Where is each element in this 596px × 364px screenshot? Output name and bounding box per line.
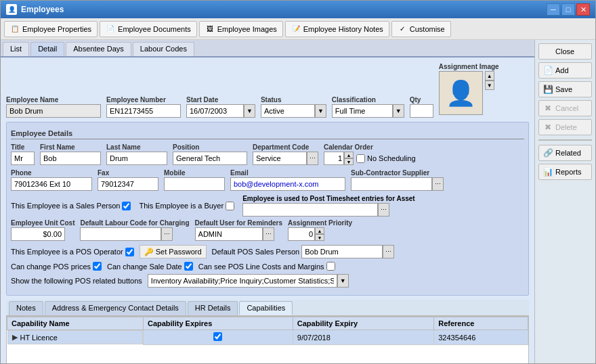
status-input[interactable]: [261, 104, 315, 118]
related-button[interactable]: 🔗 Related: [538, 145, 592, 161]
sub-contractor-button[interactable]: ⋯: [432, 177, 444, 191]
name-details-row: Title First Name Last Name Position: [11, 143, 524, 165]
last-name-input[interactable]: [106, 152, 167, 165]
default-pos-sales-button[interactable]: ⋯: [383, 245, 394, 258]
can-change-sale-date-checkbox[interactable]: [184, 262, 193, 271]
can-change-sale-date-group: Can change Sale Date: [107, 262, 193, 271]
phone-input[interactable]: [11, 177, 92, 191]
employee-history-notes-button[interactable]: 📝 Employee History Notes: [285, 21, 389, 37]
employee-documents-button[interactable]: 📄 Employee Documents: [100, 21, 197, 37]
pos-operator-row: This Employee is a POS Operator 🔑 Set Pa…: [11, 245, 524, 258]
position-input[interactable]: [173, 152, 247, 165]
no-scheduling-checkbox[interactable]: [356, 154, 365, 163]
calendar-order-spinner: ▲ ▼: [324, 152, 354, 165]
asset-timesheet-input[interactable]: [242, 203, 378, 217]
show-pos-buttons-dropdown[interactable]: ▼: [337, 274, 349, 288]
cell-capability-expires: [143, 330, 293, 345]
tab-address-emergency[interactable]: Address & Emergency Contact Details: [45, 301, 186, 315]
pos-operator-checkbox[interactable]: [125, 248, 134, 256]
col-reference: Reference: [434, 317, 528, 330]
department-code-button[interactable]: ⋯: [307, 152, 318, 165]
row-indicator: ▶: [12, 333, 18, 342]
employee-details-label: Employee Details: [11, 129, 72, 137]
employee-name-input[interactable]: [6, 104, 101, 118]
can-change-pos-prices-checkbox[interactable]: [93, 262, 102, 271]
tab-hr-details[interactable]: HR Details: [188, 301, 238, 315]
cancel-icon: ✖: [543, 104, 553, 113]
assignment-priority-input[interactable]: [288, 227, 315, 241]
title-input[interactable]: [11, 152, 35, 165]
delete-icon: ✖: [543, 122, 553, 132]
can-change-pos-prices-group: Can change POS prices: [11, 262, 102, 271]
status-dropdown-button[interactable]: ▼: [315, 104, 326, 118]
title-label: Title: [11, 143, 35, 151]
default-pos-sales-input[interactable]: [301, 245, 383, 258]
qty-input[interactable]: [410, 104, 433, 118]
scroll-up-button[interactable]: ▲: [485, 71, 494, 81]
calendar-order-group: Calendar Order ▲ ▼: [324, 143, 416, 165]
cancel-button[interactable]: ✖ Cancel: [538, 100, 592, 116]
employee-properties-button[interactable]: 📋 Employee Properties: [4, 21, 98, 37]
status-label: Status: [261, 96, 326, 104]
calendar-order-up[interactable]: ▲: [344, 152, 354, 158]
capability-expires-checkbox[interactable]: [213, 332, 222, 341]
reports-button[interactable]: 📊 Reports: [538, 164, 592, 180]
tab-notes[interactable]: Notes: [9, 301, 43, 315]
cancel-label: Cancel: [555, 104, 578, 112]
employee-number-input[interactable]: [106, 104, 181, 118]
delete-button[interactable]: ✖ Delete: [538, 119, 592, 135]
assignment-priority-up[interactable]: ▲: [315, 227, 324, 234]
calendar-order-label: Calendar Order: [324, 143, 416, 151]
default-user-reminders-input[interactable]: [195, 227, 263, 241]
asset-timesheet-button[interactable]: ⋯: [378, 203, 389, 217]
sub-contractor-input[interactable]: [351, 177, 432, 191]
minimize-button[interactable]: ─: [547, 3, 560, 16]
tab-capabilities[interactable]: Capabilities: [239, 301, 293, 315]
can-see-pos-line-costs-checkbox[interactable]: [326, 262, 335, 271]
default-labour-input[interactable]: [80, 227, 161, 241]
tab-labour-codes[interactable]: Labour Codes: [133, 42, 194, 56]
scroll-down-button[interactable]: ▼: [485, 81, 494, 90]
maximize-button[interactable]: □: [561, 3, 575, 16]
buyer-checkbox[interactable]: [226, 202, 234, 210]
customise-button[interactable]: ✓ Customise: [391, 21, 451, 37]
set-password-icon: 🔑: [144, 248, 154, 256]
email-group: Email: [230, 169, 345, 191]
table-row[interactable]: ▶ HT Licence 9/07/2018 324354646: [7, 330, 528, 345]
classification-input[interactable]: [332, 104, 393, 118]
unit-cost-input[interactable]: [11, 227, 65, 241]
first-name-input[interactable]: [40, 152, 101, 165]
sales-person-checkbox[interactable]: [122, 202, 131, 210]
default-labour-button[interactable]: ⋯: [161, 227, 173, 241]
images-icon: 🖼: [205, 24, 215, 34]
set-password-button[interactable]: 🔑 Set Password: [140, 245, 207, 258]
default-user-reminders-label: Default User for Reminders: [195, 219, 282, 227]
start-date-dropdown-button[interactable]: ▼: [244, 104, 255, 118]
left-panel: List Detail Absentee Days Labour Codes E…: [1, 40, 534, 363]
tab-detail[interactable]: Detail: [30, 42, 64, 56]
add-button[interactable]: 📄 Add: [538, 62, 592, 78]
department-code-input[interactable]: [253, 152, 307, 165]
last-name-group: Last Name: [106, 143, 167, 165]
calendar-order-down[interactable]: ▼: [344, 158, 354, 165]
default-user-reminders-button[interactable]: ⋯: [263, 227, 274, 241]
start-date-input[interactable]: [186, 104, 244, 118]
assignment-priority-down[interactable]: ▼: [315, 234, 324, 241]
save-button[interactable]: 💾 Save: [538, 81, 592, 97]
calendar-order-input[interactable]: [324, 152, 344, 165]
employee-images-button[interactable]: 🖼 Employee Images: [199, 21, 283, 37]
title-bar-controls: ─ □ ✕: [547, 3, 590, 16]
mobile-input[interactable]: [164, 177, 225, 191]
close-button[interactable]: Close: [538, 43, 592, 60]
tab-absentee-days[interactable]: Absentee Days: [66, 42, 131, 56]
email-input[interactable]: [230, 177, 345, 191]
unit-cost-label: Employee Unit Cost: [11, 219, 74, 227]
person-silhouette-icon: 👤: [446, 81, 476, 106]
close-window-button[interactable]: ✕: [576, 3, 590, 16]
show-pos-buttons-input[interactable]: [148, 274, 337, 288]
employee-header-row: Employee Name Employee Number Start Date…: [6, 63, 529, 118]
assignment-priority-arrows: ▲ ▼: [315, 227, 324, 241]
tab-list[interactable]: List: [3, 42, 29, 56]
fax-input[interactable]: [98, 177, 158, 191]
classification-dropdown-button[interactable]: ▼: [393, 104, 404, 118]
